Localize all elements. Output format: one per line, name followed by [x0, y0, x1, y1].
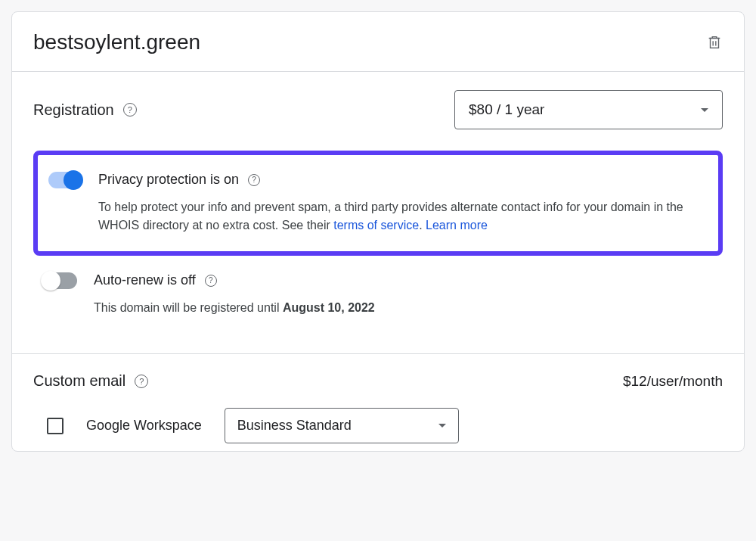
- chevron-down-icon: [701, 108, 708, 112]
- custom-email-section: Custom email ? $12/user/month Google Wor…: [12, 354, 744, 451]
- privacy-toggle[interactable]: [48, 172, 82, 188]
- registration-section: Registration ? $80 / 1 year Privacy prot…: [12, 72, 744, 335]
- autorenew-toggle[interactable]: [44, 272, 77, 289]
- autorenew-description: This domain will be registered until Aug…: [94, 299, 708, 317]
- workspace-plan-dropdown[interactable]: Business Standard: [225, 408, 459, 443]
- custom-email-label: Custom email ?: [33, 372, 148, 390]
- card-header: bestsoylent.green: [12, 12, 744, 72]
- svg-rect-0: [711, 39, 719, 48]
- registration-term-dropdown[interactable]: $80 / 1 year: [454, 90, 723, 129]
- privacy-description: To help protect your info and prevent sp…: [98, 198, 703, 235]
- privacy-highlight: Privacy protection is on ? To help prote…: [33, 151, 723, 256]
- workspace-plan-value: Business Standard: [237, 418, 352, 434]
- domain-name: bestsoylent.green: [33, 30, 200, 54]
- workspace-label: Google Workspace: [86, 418, 202, 434]
- learn-more-link[interactable]: Learn more: [426, 219, 488, 232]
- domain-settings-card: bestsoylent.green Registration ? $80 / 1…: [11, 11, 745, 452]
- help-icon[interactable]: ?: [205, 275, 217, 287]
- terms-of-service-link[interactable]: terms of service: [333, 219, 419, 232]
- workspace-checkbox[interactable]: [47, 418, 64, 434]
- help-icon[interactable]: ?: [123, 103, 137, 117]
- autorenew-title: Auto-renew is off ?: [94, 272, 708, 288]
- help-icon[interactable]: ?: [135, 375, 148, 388]
- delete-icon[interactable]: [706, 34, 723, 51]
- email-price: $12/user/month: [623, 373, 723, 390]
- chevron-down-icon: [438, 424, 446, 428]
- registration-price-value: $80 / 1 year: [469, 101, 544, 118]
- autorenew-date: August 10, 2022: [283, 301, 375, 314]
- help-icon[interactable]: ?: [248, 174, 260, 186]
- privacy-title: Privacy protection is on ?: [98, 172, 703, 188]
- registration-label: Registration ?: [33, 101, 137, 119]
